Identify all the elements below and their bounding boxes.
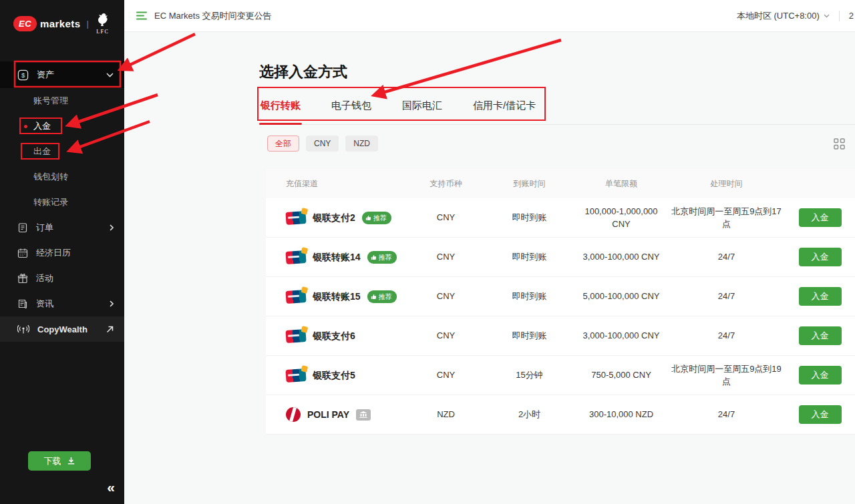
timezone-selector[interactable]: 本地时区 (UTC+8:00) bbox=[737, 10, 820, 22]
arrival-cell: 即时到账 bbox=[484, 290, 574, 303]
sidebar-item-economic-calendar[interactable]: 经济日历 bbox=[0, 240, 124, 266]
unionpay-icon bbox=[285, 368, 306, 382]
svg-text:$: $ bbox=[21, 71, 25, 78]
limit-cell: 100,000-1,000,000 CNY bbox=[574, 205, 668, 231]
unionpay-icon bbox=[285, 289, 306, 303]
deposit-button[interactable]: 入金 bbox=[799, 208, 842, 227]
poli-pay-icon bbox=[286, 407, 301, 422]
sidebar-item-label: 钱包划转 bbox=[33, 171, 68, 183]
deposit-button[interactable]: 入金 bbox=[799, 366, 842, 385]
arrival-cell: 即时到账 bbox=[484, 329, 574, 342]
deposit-button[interactable]: 入金 bbox=[799, 287, 842, 306]
deposit-method-tabs: 银行转账 电子钱包 国际电汇 信用卡/借记卡 bbox=[259, 95, 855, 125]
calendar-icon bbox=[17, 248, 28, 258]
gift-icon bbox=[17, 273, 28, 284]
col-header-processing: 处理时间 bbox=[668, 178, 785, 190]
limit-cell: 3,000-100,000 CNY bbox=[574, 329, 668, 342]
filter-chip-nzd[interactable]: NZD bbox=[345, 136, 378, 152]
sidebar-item-transfer-records[interactable]: 转账记录 bbox=[0, 190, 124, 215]
sidebar-item-activities[interactable]: 活动 bbox=[0, 266, 124, 291]
download-icon bbox=[67, 457, 75, 465]
limit-cell: 5,000-100,000 CNY bbox=[574, 290, 668, 303]
sidebar-item-deposit[interactable]: 入金 bbox=[0, 113, 124, 139]
download-button[interactable]: 下载 bbox=[28, 451, 91, 471]
sidebar-item-withdraw[interactable]: 出金 bbox=[0, 139, 124, 164]
thumbs-up-icon bbox=[371, 294, 377, 300]
channel-name: 银联支付2 bbox=[313, 211, 355, 225]
arrival-cell: 即时到账 bbox=[484, 250, 574, 264]
bank-badge-icon bbox=[356, 409, 371, 421]
table-header-row: 充值渠道 支持币种 到账时间 单笔限额 处理时间 bbox=[266, 169, 855, 198]
unionpay-icon bbox=[285, 210, 306, 224]
table-row: 银联支付6 CNY 即时到账 3,000-100,000 CNY 24/7 入金 bbox=[266, 316, 855, 356]
channel-name: 银联转账14 bbox=[313, 250, 361, 264]
tab-e-wallet[interactable]: 电子钱包 bbox=[330, 95, 373, 125]
currency-cell: CNY bbox=[407, 290, 484, 303]
filter-chip-all[interactable]: 全部 bbox=[267, 136, 299, 152]
filter-chip-cny[interactable]: CNY bbox=[306, 136, 339, 152]
external-link-icon bbox=[106, 326, 114, 333]
sidebar-item-assets[interactable]: $ 资产 bbox=[0, 61, 124, 88]
col-header-limit: 单笔限额 bbox=[574, 178, 668, 190]
table-row: 银联转账14 推荐 CNY 即时到账 3,000-100,000 CNY 24/… bbox=[266, 238, 855, 277]
deposit-button[interactable]: 入金 bbox=[799, 326, 842, 345]
liverbird-icon bbox=[95, 12, 111, 28]
news-icon bbox=[17, 298, 28, 309]
arrival-cell: 2小时 bbox=[484, 408, 574, 421]
sidebar-item-label: 出金 bbox=[33, 146, 51, 158]
thumbs-up-icon bbox=[371, 254, 377, 260]
sidebar-item-news[interactable]: 资讯 bbox=[0, 291, 124, 316]
assets-dollar-icon: $ bbox=[17, 69, 29, 81]
sidebar-item-label: 资产 bbox=[37, 69, 54, 81]
tab-credit-debit-card[interactable]: 信用卡/借记卡 bbox=[472, 95, 537, 125]
processing-cell: 24/7 bbox=[668, 250, 785, 264]
currency-cell: NZD bbox=[407, 408, 484, 421]
markets-logo-text: markets bbox=[40, 18, 80, 29]
lfc-logo: LFC bbox=[95, 12, 111, 35]
processing-cell: 24/7 bbox=[668, 408, 785, 421]
chevron-down-icon bbox=[824, 14, 830, 18]
currency-filter-row: 全部 CNY NZD bbox=[259, 136, 855, 152]
grid-view-icon[interactable] bbox=[833, 138, 846, 150]
lfc-label: LFC bbox=[96, 29, 109, 35]
limit-cell: 300-10,000 NZD bbox=[574, 408, 668, 421]
topbar: EC Markets 交易时间变更公告 本地时区 (UTC+8:00) 2 bbox=[124, 0, 855, 32]
unionpay-icon bbox=[285, 328, 306, 342]
sidebar-collapse-button[interactable]: « bbox=[107, 479, 114, 495]
logo-divider: | bbox=[86, 19, 88, 29]
processing-cell: 24/7 bbox=[668, 290, 785, 303]
sidebar-item-wallet-transfer[interactable]: 钱包划转 bbox=[0, 164, 124, 190]
sidebar-item-label: 订单 bbox=[36, 222, 53, 234]
main-area: 选择入金方式 银行转账 电子钱包 国际电汇 信用卡/借记卡 全部 CNY NZD… bbox=[124, 33, 855, 504]
sidebar-menu: $ 资产 账号管理 入金 出金 钱包划转 转账记录 订单 bbox=[0, 61, 124, 342]
sidebar-item-label: 资讯 bbox=[36, 298, 53, 310]
currency-cell: CNY bbox=[407, 368, 484, 382]
tab-bank-transfer[interactable]: 银行转账 bbox=[259, 95, 302, 125]
badge-label: 推荐 bbox=[373, 213, 387, 223]
currency-cell: CNY bbox=[407, 250, 484, 264]
col-header-channel: 充值渠道 bbox=[266, 178, 407, 190]
chevron-right-icon bbox=[110, 224, 114, 231]
chevron-down-icon bbox=[106, 73, 114, 77]
deposit-button[interactable]: 入金 bbox=[799, 405, 842, 424]
deposit-button[interactable]: 入金 bbox=[799, 248, 842, 266]
sidebar-item-label: 活动 bbox=[36, 272, 53, 284]
topbar-right: 本地时区 (UTC+8:00) 2 bbox=[737, 10, 855, 22]
ec-logo: EC bbox=[13, 16, 37, 31]
table-row: 银联支付5 CNY 15分钟 750-5,000 CNY 北京时间周一至周五9点… bbox=[266, 356, 855, 395]
topbar-divider bbox=[839, 11, 840, 21]
sidebar-item-account-management[interactable]: 账号管理 bbox=[0, 88, 124, 113]
tab-international-wire[interactable]: 国际电汇 bbox=[401, 95, 444, 125]
sidebar-item-label: 账号管理 bbox=[33, 95, 68, 107]
sidebar-item-label: 入金 bbox=[33, 120, 51, 132]
sidebar-item-copywealth[interactable]: CopyWealth bbox=[0, 316, 124, 342]
announcement-link[interactable]: EC Markets 交易时间变更公告 bbox=[154, 10, 272, 22]
announcement-menu-icon bbox=[136, 11, 148, 20]
unionpay-icon bbox=[285, 250, 306, 264]
chevron-right-icon bbox=[110, 300, 114, 307]
recommended-badge: 推荐 bbox=[367, 251, 397, 264]
col-header-currency: 支持币种 bbox=[407, 178, 484, 190]
table-row: 银联支付2 推荐 CNY 即时到账 100,000-1,000,000 CNY … bbox=[266, 198, 855, 238]
sidebar-item-orders[interactable]: 订单 bbox=[0, 215, 124, 240]
sidebar-item-label: CopyWealth bbox=[37, 324, 88, 334]
